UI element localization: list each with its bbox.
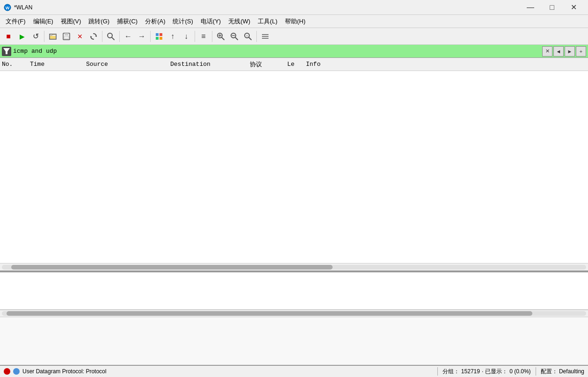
detail-hscroll-track[interactable]	[2, 311, 586, 316]
toolbar-separator-1	[44, 31, 44, 42]
stop-capture-button[interactable]: ■	[2, 30, 15, 43]
menu-capture[interactable]: 捕获(C)	[113, 15, 141, 28]
minimize-button[interactable]: —	[520, 0, 541, 15]
svg-line-23	[249, 37, 251, 40]
zoom-out-button[interactable]	[228, 30, 241, 43]
filter-add-button[interactable]: +	[576, 46, 586, 57]
status-protocol-info: User Datagram Protocol: Protocol	[22, 368, 106, 375]
toolbar-separator-6	[212, 31, 212, 42]
status-left: User Datagram Protocol: Protocol	[4, 368, 433, 375]
svg-text:W: W	[6, 6, 10, 10]
svg-line-20	[235, 37, 238, 40]
column-no: No.	[2, 61, 30, 68]
go-back-button[interactable]: ←	[122, 30, 135, 43]
open-file-button[interactable]	[46, 30, 59, 43]
restart-capture-button[interactable]: ↺	[29, 30, 42, 43]
packet-list-hscroll[interactable]	[0, 263, 588, 270]
filter-input[interactable]	[13, 46, 542, 57]
status-divider-1	[437, 367, 438, 376]
format-button[interactable]: ≡	[197, 30, 210, 43]
svg-line-16	[222, 37, 224, 40]
status-capture-indicator	[13, 368, 20, 375]
status-config: 配置： Defaulting	[541, 368, 584, 376]
close-capture-button[interactable]: ✕	[73, 30, 87, 43]
status-displayed-label: 已显示：	[485, 368, 508, 376]
window-controls: — □ ✕	[520, 0, 584, 15]
toolbar-separator-4	[150, 31, 151, 42]
go-forward-button[interactable]: →	[135, 30, 148, 43]
status-config-label: 配置：	[541, 368, 558, 375]
packet-detail-area[interactable]	[0, 272, 588, 310]
app-icon: W	[4, 4, 11, 11]
toolbar-separator-2	[102, 31, 102, 42]
filter-icon	[2, 47, 11, 56]
go-up-button[interactable]: ↑	[166, 30, 179, 43]
zoom-reset-button[interactable]: =	[241, 30, 254, 43]
save-file-button[interactable]	[60, 30, 73, 43]
column-protocol: 协议	[250, 60, 287, 69]
packet-list-content[interactable]	[0, 71, 588, 263]
window-title: *WLAN	[14, 4, 520, 11]
filter-bar: ✕ ◄ ► +	[0, 45, 588, 58]
status-packets-count: 152719	[461, 368, 480, 375]
filter-clear-button[interactable]: ✕	[542, 46, 552, 57]
menu-statistics[interactable]: 统计(S)	[169, 15, 196, 28]
svg-rect-11	[156, 33, 159, 36]
shark-fin-button[interactable]: ▶	[15, 30, 29, 43]
colorize-button[interactable]	[152, 30, 166, 43]
svg-rect-6	[64, 36, 69, 39]
title-bar: W *WLAN — □ ✕	[0, 0, 588, 15]
hscroll-thumb[interactable]	[11, 265, 333, 270]
menu-view[interactable]: 视图(V)	[57, 15, 85, 28]
svg-marker-28	[3, 48, 10, 54]
menu-telephony[interactable]: 电话(Y)	[197, 15, 225, 28]
status-right: 分组： 152719 · 已显示： 0 (0.0%)	[443, 368, 531, 376]
layout-button[interactable]	[259, 30, 272, 43]
packet-hex-area[interactable]	[0, 317, 588, 365]
reload-button[interactable]	[87, 30, 100, 43]
detail-hscroll[interactable]	[0, 310, 588, 317]
hscroll-track[interactable]	[2, 265, 586, 270]
bottom-section	[0, 271, 588, 365]
toolbar-separator-7	[256, 31, 257, 42]
status-record-indicator	[4, 368, 10, 375]
maximize-button[interactable]: □	[541, 0, 563, 15]
menu-go[interactable]: 跳转(G)	[85, 15, 113, 28]
menu-analyze[interactable]: 分析(A)	[141, 15, 169, 28]
menu-bar: 文件(F) 编辑(E) 视图(V) 跳转(G) 捕获(C) 分析(A) 统计(S…	[0, 15, 588, 28]
close-button[interactable]: ✕	[563, 0, 584, 15]
status-divider-2	[536, 367, 536, 376]
zoom-in-button[interactable]	[214, 30, 227, 43]
filter-forward-button[interactable]: ►	[565, 46, 575, 57]
menu-edit[interactable]: 编辑(E)	[29, 15, 57, 28]
status-separator-1: ·	[482, 368, 483, 375]
filter-actions: ✕ ◄ ► +	[542, 46, 586, 57]
status-bar: User Datagram Protocol: Protocol 分组： 152…	[0, 365, 588, 377]
status-displayed-count: 0 (0.0%)	[509, 368, 530, 375]
svg-rect-13	[156, 37, 159, 40]
column-info: Info	[306, 61, 586, 68]
menu-file[interactable]: 文件(F)	[2, 15, 29, 28]
svg-rect-5	[65, 33, 68, 36]
menu-tools[interactable]: 工具(L)	[254, 15, 281, 28]
column-destination: Destination	[170, 61, 250, 68]
svg-rect-14	[160, 37, 162, 40]
svg-rect-3	[50, 36, 56, 39]
detail-hscroll-thumb[interactable]	[7, 311, 532, 316]
go-down-button[interactable]: ↓	[180, 30, 193, 43]
status-packets-label: 分组：	[443, 368, 459, 376]
toolbar-separator-3	[119, 31, 120, 42]
column-length: Le	[287, 61, 306, 68]
filter-back-button[interactable]: ◄	[553, 46, 564, 57]
menu-help[interactable]: 帮助(H)	[281, 15, 309, 28]
find-button[interactable]	[104, 30, 117, 43]
toolbar-separator-5	[195, 31, 195, 42]
svg-text:=: =	[246, 34, 248, 37]
svg-line-10	[112, 37, 114, 40]
packet-list-area: No. Time Source Destination 协议 Le Info	[0, 58, 588, 271]
column-time: Time	[30, 61, 86, 68]
column-headers: No. Time Source Destination 协议 Le Info	[0, 58, 588, 71]
status-config-value: Defaulting	[559, 368, 584, 375]
menu-wireless[interactable]: 无线(W)	[225, 15, 254, 28]
column-source: Source	[86, 61, 170, 68]
